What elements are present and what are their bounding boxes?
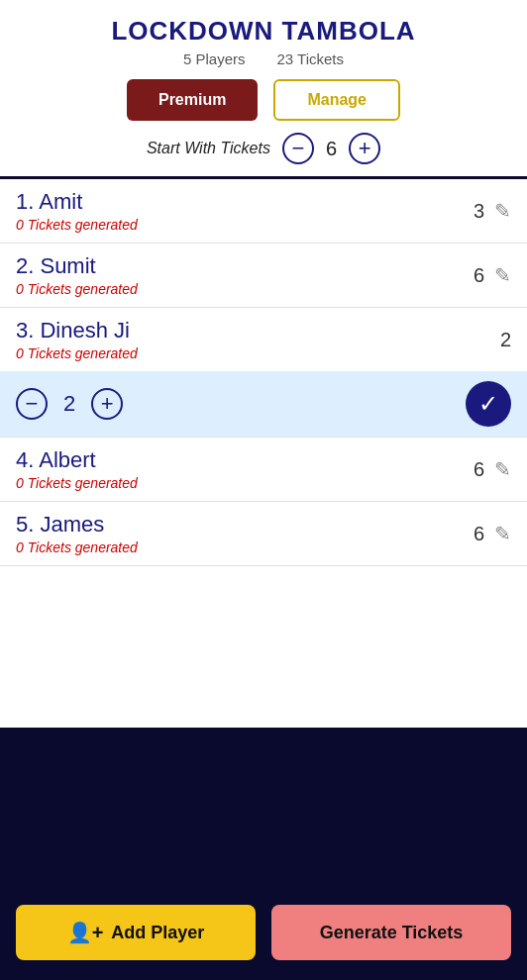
player-info-sumit: 2. Sumit 0 Tickets generated [16, 253, 138, 297]
action-buttons: Premium Manage [127, 79, 400, 121]
player-top-dinesh: 3. Dinesh Ji 0 Tickets generated 2 [16, 318, 511, 361]
ticket-count-albert: 6 [474, 458, 484, 481]
generate-tickets-button[interactable]: Generate Tickets [271, 905, 511, 960]
player-tickets-sumit: 0 Tickets generated [16, 281, 138, 297]
dinesh-stepper: − 2 + [16, 388, 123, 420]
increment-start-tickets-button[interactable]: + [349, 133, 380, 164]
confirm-dinesh-button[interactable]: ✓ [466, 381, 511, 427]
player-name-sumit: 2. Sumit [16, 253, 138, 279]
decrement-dinesh-button[interactable]: − [16, 388, 48, 420]
start-tickets-count: 6 [326, 138, 337, 160]
player-row: 2. Sumit 0 Tickets generated 6 ✎ [0, 244, 527, 308]
player-top-albert: 4. Albert 0 Tickets generated 6 ✎ [16, 447, 511, 491]
player-right-amit: 3 ✎ [474, 199, 511, 223]
start-with-label: Start With Tickets [147, 140, 270, 157]
player-row: 1. Amit 0 Tickets generated 3 ✎ [0, 179, 527, 244]
manage-button[interactable]: Manage [273, 79, 400, 121]
player-right-sumit: 6 ✎ [474, 263, 511, 287]
ticket-count-james: 6 [474, 523, 484, 545]
app-title: LOCKDOWN TAMBOLA [111, 16, 415, 47]
players-list: 1. Amit 0 Tickets generated 3 ✎ 2. Sumit… [0, 179, 527, 728]
check-icon: ✓ [478, 390, 498, 418]
footer: 👤+ Add Player Generate Tickets [0, 889, 527, 980]
player-info-albert: 4. Albert 0 Tickets generated [16, 447, 138, 491]
player-name-amit: 1. Amit [16, 189, 138, 215]
header: LOCKDOWN TAMBOLA 5 Players 23 Tickets Pr… [0, 0, 527, 176]
edit-icon-james[interactable]: ✎ [494, 522, 511, 545]
dinesh-stepper-value: 2 [63, 391, 75, 417]
player-top-amit: 1. Amit 0 Tickets generated 3 ✎ [16, 189, 511, 233]
start-tickets-row: Start With Tickets − 6 + [147, 133, 380, 164]
edit-icon-sumit[interactable]: ✎ [494, 263, 511, 287]
player-name-james: 5. James [16, 512, 138, 538]
player-top-james: 5. James 0 Tickets generated 6 ✎ [16, 512, 511, 555]
expanded-controls-dinesh: − 2 + ✓ [0, 371, 527, 438]
ticket-count-amit: 3 [474, 200, 484, 223]
player-name-dinesh: 3. Dinesh Ji [16, 318, 138, 343]
player-info-dinesh: 3. Dinesh Ji 0 Tickets generated [16, 318, 138, 361]
bottom-spacer [0, 728, 527, 889]
increment-dinesh-button[interactable]: + [91, 388, 123, 420]
player-row-expanded: 3. Dinesh Ji 0 Tickets generated 2 [0, 308, 527, 371]
player-tickets-dinesh: 0 Tickets generated [16, 345, 138, 361]
edit-icon-albert[interactable]: ✎ [494, 457, 511, 481]
player-tickets-amit: 0 Tickets generated [16, 217, 138, 233]
player-top-sumit: 2. Sumit 0 Tickets generated 6 ✎ [16, 253, 511, 297]
players-stat: 5 Players [183, 50, 246, 67]
add-person-icon: 👤+ [67, 921, 104, 944]
player-name-albert: 4. Albert [16, 447, 138, 473]
decrement-start-tickets-button[interactable]: − [282, 133, 314, 164]
ticket-count-sumit: 6 [474, 264, 484, 287]
add-player-label: Add Player [111, 923, 204, 943]
ticket-count-dinesh: 2 [500, 329, 511, 351]
stats-row: 5 Players 23 Tickets [183, 50, 344, 67]
player-tickets-albert: 0 Tickets generated [16, 475, 138, 491]
player-info-james: 5. James 0 Tickets generated [16, 512, 138, 555]
player-row: 5. James 0 Tickets generated 6 ✎ [0, 502, 527, 566]
premium-button[interactable]: Premium [127, 79, 258, 121]
player-info-amit: 1. Amit 0 Tickets generated [16, 189, 138, 233]
player-right-albert: 6 ✎ [474, 457, 511, 481]
tickets-stat: 23 Tickets [277, 50, 345, 67]
player-right-dinesh: 2 [500, 329, 511, 351]
edit-icon-amit[interactable]: ✎ [494, 199, 511, 223]
player-row: 4. Albert 0 Tickets generated 6 ✎ [0, 438, 527, 502]
player-tickets-james: 0 Tickets generated [16, 539, 138, 555]
player-right-james: 6 ✎ [474, 522, 511, 545]
add-player-button[interactable]: 👤+ Add Player [16, 905, 256, 960]
